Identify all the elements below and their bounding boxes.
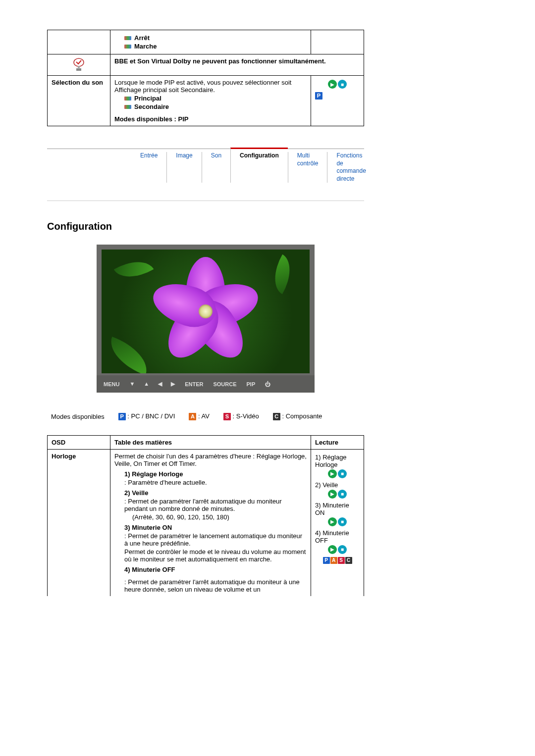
stop-icon[interactable]: ■ bbox=[338, 490, 347, 499]
option-principal: Principal bbox=[134, 95, 161, 102]
sound-select-desc: Lorsque le mode PIP est activé, vous pou… bbox=[114, 79, 307, 94]
monitor-screen bbox=[102, 250, 310, 373]
sub-min-on-desc1: : Permet de paramétrer le lancement auto… bbox=[124, 532, 307, 547]
empty-cell bbox=[48, 30, 110, 54]
section-title: Configuration bbox=[47, 221, 364, 232]
sub-min-off-desc: : Permet de paramétrer l'arrêt automatiq… bbox=[124, 578, 307, 593]
menu-button[interactable]: MENU bbox=[104, 381, 119, 387]
right-icon[interactable]: ▶ bbox=[171, 381, 175, 387]
play-icon[interactable]: ▶ bbox=[328, 545, 337, 554]
lecture-cell: ▶ ■ P bbox=[311, 76, 364, 126]
sound-settings-table: Arrêt Marche BBE et Son Virtual Dolby ne… bbox=[47, 30, 364, 126]
badge-p-text: : PC / BNC / DVI bbox=[127, 412, 175, 420]
badge-s-text: : S-Vidéo bbox=[233, 412, 259, 420]
bullet-icon bbox=[124, 45, 131, 49]
col-lecture: Lecture bbox=[311, 435, 364, 449]
pip-button[interactable]: PIP bbox=[247, 381, 256, 387]
tab-nav: Entrée Image Son Configuration Multi con… bbox=[47, 149, 364, 186]
badge-a-text: : AV bbox=[198, 412, 210, 420]
stop-icon[interactable]: ■ bbox=[338, 469, 347, 478]
lec-l1: 1) Réglage Horloge bbox=[315, 454, 360, 468]
modes-legend: Modes disponibles P : PC / BNC / DVI A :… bbox=[51, 412, 364, 420]
bullet-icon bbox=[124, 105, 131, 109]
badge-s-icon: S bbox=[223, 413, 231, 420]
svg-point-0 bbox=[74, 58, 84, 66]
horloge-content: Permet de choisir l'un des 4 paramètres … bbox=[110, 449, 311, 596]
horloge-lecture: 1) Réglage Horloge ▶■ 2) Veille ▶■ 3) Mi… bbox=[311, 449, 364, 596]
modes-available: Modes disponibles : PIP bbox=[114, 115, 307, 123]
play-icon[interactable]: ▶ bbox=[328, 517, 337, 526]
badge-p-icon: P bbox=[118, 413, 126, 420]
sub-min-on-desc2: Permet de contrôler le mode et le niveau… bbox=[124, 548, 307, 563]
configuration-table: OSD Table des matières Lecture Horloge P… bbox=[47, 435, 364, 596]
horloge-intro: Permet de choisir l'un des 4 paramètres … bbox=[114, 453, 307, 467]
power-icon[interactable]: ⏻ bbox=[265, 381, 270, 387]
stop-icon[interactable]: ■ bbox=[338, 545, 347, 554]
sound-select-desc-cell: Lorsque le mode PIP est activé, vous pou… bbox=[110, 76, 311, 126]
note-icon bbox=[72, 57, 86, 72]
lec-l3: 3) Minuterie ON bbox=[315, 502, 360, 516]
pasc-badges: P A S C bbox=[315, 557, 360, 564]
badge-c-text: : Composante bbox=[282, 412, 322, 420]
tab-entree[interactable]: Entrée bbox=[131, 152, 166, 183]
horloge-label: Horloge bbox=[48, 449, 110, 596]
modes-label: Modes disponibles bbox=[51, 413, 105, 420]
monitor-illustration: MENU ▼ ▲ ◀ ▶ ENTER SOURCE PIP ⏻ bbox=[47, 245, 364, 393]
sub-min-on-title: 3) Minuterie ON bbox=[124, 524, 307, 531]
options-cell: Arrêt Marche bbox=[110, 30, 311, 54]
badge-a-icon: A bbox=[189, 413, 196, 420]
badge-a-icon: A bbox=[330, 557, 337, 564]
tab-multi[interactable]: Multi contrôle bbox=[288, 152, 327, 183]
col-osd: OSD bbox=[48, 435, 110, 449]
sound-select-label: Sélection du son bbox=[48, 76, 110, 126]
sub-min-off-title: 4) Minuterie OFF bbox=[124, 566, 307, 573]
up-icon[interactable]: ▲ bbox=[144, 381, 149, 387]
tab-son[interactable]: Son bbox=[202, 152, 230, 183]
note-text: BBE et Son Virtual Dolby ne peuvent pas … bbox=[110, 54, 364, 76]
left-icon[interactable]: ◀ bbox=[158, 381, 162, 387]
source-button[interactable]: SOURCE bbox=[213, 381, 236, 387]
lecture-empty bbox=[311, 30, 364, 54]
sub-veille-opts: (Arrêté, 30, 60, 90, 120, 150, 180) bbox=[132, 513, 307, 521]
badge-p-icon: P bbox=[323, 557, 330, 564]
stop-icon[interactable]: ■ bbox=[338, 517, 347, 526]
enter-button[interactable]: ENTER bbox=[185, 381, 203, 387]
lec-l4: 4) Minuterie OFF bbox=[315, 529, 360, 544]
play-icon[interactable]: ▶ bbox=[328, 80, 337, 89]
tab-fonctions[interactable]: Fonctions de commande directe bbox=[327, 152, 374, 183]
sub-veille-desc: : Permet de paramétrer l'arrêt automatiq… bbox=[124, 498, 307, 512]
svg-rect-2 bbox=[78, 66, 80, 69]
play-icon[interactable]: ▶ bbox=[328, 490, 337, 499]
monitor-button-bar: MENU ▼ ▲ ◀ ▶ ENTER SOURCE PIP ⏻ bbox=[97, 375, 315, 393]
separator bbox=[47, 201, 364, 201]
mode-badge-p: P bbox=[315, 92, 322, 100]
sub-veille-title: 2) Veille bbox=[124, 489, 307, 497]
badge-c-icon: C bbox=[345, 557, 352, 564]
bullet-icon bbox=[124, 97, 131, 101]
bullet-icon bbox=[124, 36, 131, 40]
note-icon-cell bbox=[48, 54, 110, 76]
option-secondaire: Secondaire bbox=[134, 103, 169, 110]
sub-reglage-desc: : Paramètre d'heure actuelle. bbox=[124, 479, 307, 486]
badge-s-icon: S bbox=[338, 557, 345, 564]
tab-image[interactable]: Image bbox=[166, 152, 201, 183]
option-off: Arrêt bbox=[134, 34, 150, 42]
down-icon[interactable]: ▼ bbox=[129, 381, 135, 387]
col-toc: Table des matières bbox=[110, 435, 311, 449]
stop-icon[interactable]: ■ bbox=[338, 80, 347, 89]
option-on: Marche bbox=[134, 43, 157, 50]
tab-configuration[interactable]: Configuration bbox=[230, 148, 288, 183]
sub-reglage-title: 1) Réglage Horloge bbox=[124, 470, 307, 478]
play-icon[interactable]: ▶ bbox=[328, 469, 337, 478]
lec-l2: 2) Veille bbox=[315, 481, 360, 489]
badge-c-icon: C bbox=[273, 413, 280, 420]
